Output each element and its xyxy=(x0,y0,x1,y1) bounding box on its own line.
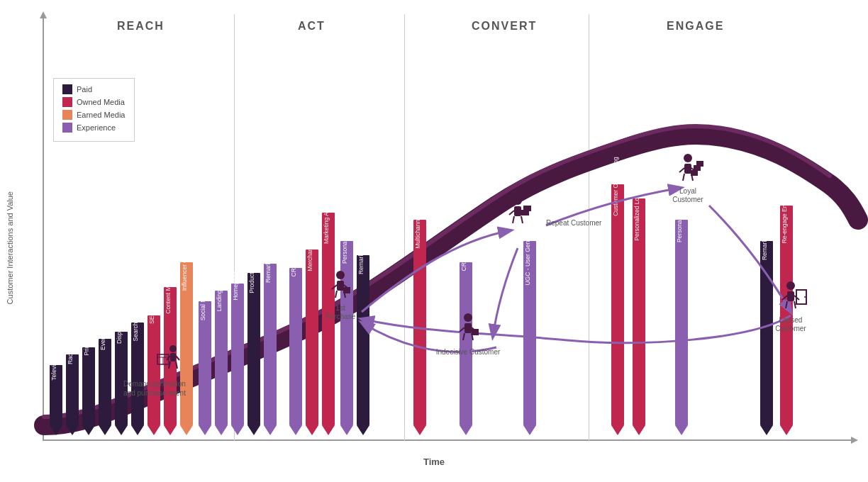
legend-owned: Owned Media xyxy=(62,97,126,107)
svg-text:Customer: Customer xyxy=(672,196,703,203)
svg-marker-37 xyxy=(247,425,260,435)
divider-reach-act xyxy=(234,14,235,441)
svg-line-133 xyxy=(782,296,787,300)
svg-rect-54 xyxy=(357,255,369,425)
svg-line-134 xyxy=(794,296,799,300)
svg-text:Homepage: Homepage xyxy=(232,271,239,301)
svg-text:Personalisation: Personalisation xyxy=(341,223,348,264)
svg-rect-111 xyxy=(684,164,691,174)
svg-marker-52 xyxy=(340,425,353,435)
svg-rect-6 xyxy=(82,347,95,425)
svg-rect-98 xyxy=(343,287,350,293)
svg-line-131 xyxy=(786,301,787,308)
svg-text:SEO: SEO xyxy=(148,311,155,324)
svg-marker-46 xyxy=(306,425,318,435)
svg-rect-85 xyxy=(170,353,176,362)
svg-rect-135 xyxy=(796,290,806,304)
svg-marker-28 xyxy=(199,425,211,435)
svg-text:and purchase intent: and purchase intent xyxy=(123,389,186,397)
svg-rect-93 xyxy=(337,281,344,291)
svg-rect-116 xyxy=(691,170,698,176)
svg-marker-40 xyxy=(264,425,277,435)
svg-marker-16 xyxy=(131,425,144,435)
svg-text:Search PPC: Search PPC xyxy=(132,308,139,342)
svg-rect-75 xyxy=(760,241,773,425)
svg-text:Influencer Outreach: Influencer Outreach xyxy=(181,237,188,291)
svg-marker-31 xyxy=(215,425,228,435)
legend-earned-swatch xyxy=(62,110,72,120)
svg-line-89 xyxy=(176,356,179,360)
svg-marker-4 xyxy=(66,425,79,435)
legend-earned: Earned Media xyxy=(62,110,126,120)
svg-rect-60 xyxy=(460,262,472,425)
svg-text:Merchandising: Merchandising xyxy=(306,232,313,271)
svg-marker-19 xyxy=(148,425,160,435)
svg-point-129 xyxy=(786,281,795,290)
svg-text:Customer: Customer xyxy=(775,325,806,332)
svg-rect-21 xyxy=(164,287,177,425)
svg-text:UGC - User Generated Content: UGC - User Generated Content xyxy=(524,201,531,286)
svg-marker-7 xyxy=(82,425,95,435)
svg-text:Remarketing: Remarketing xyxy=(265,249,272,283)
svg-rect-18 xyxy=(148,315,160,425)
svg-rect-81 xyxy=(157,354,169,364)
svg-rect-57 xyxy=(413,220,426,425)
svg-marker-49 xyxy=(322,425,335,435)
svg-marker-1 xyxy=(50,425,62,435)
svg-marker-73 xyxy=(675,425,688,435)
svg-point-101 xyxy=(513,196,522,205)
y-axis xyxy=(43,14,44,439)
legend-paid: Paid xyxy=(62,84,126,94)
svg-text:Product Page: Product Page xyxy=(248,257,255,293)
svg-text:Loyal: Loyal xyxy=(679,187,696,195)
svg-line-123 xyxy=(463,333,464,340)
svg-rect-117 xyxy=(694,165,701,171)
svg-text:Display: Display xyxy=(116,323,123,344)
legend-experience-swatch xyxy=(62,123,72,133)
svg-text:1st: 1st xyxy=(335,304,345,312)
svg-line-96 xyxy=(332,285,337,289)
svg-marker-70 xyxy=(633,425,645,435)
svg-rect-78 xyxy=(780,206,793,425)
divider-convert-engage xyxy=(589,14,589,441)
svg-text:Print: Print xyxy=(83,343,90,356)
legend: Paid Owned Media Earned Media Experience xyxy=(53,78,135,142)
svg-line-86 xyxy=(169,362,170,369)
svg-rect-39 xyxy=(264,264,277,425)
x-axis xyxy=(43,439,854,441)
svg-rect-24 xyxy=(180,262,193,425)
divider-act-convert xyxy=(404,14,405,441)
svg-rect-72 xyxy=(675,220,688,425)
svg-rect-102 xyxy=(514,206,521,216)
svg-line-95 xyxy=(344,291,345,298)
svg-text:Landing Page: Landing Page xyxy=(216,274,223,311)
svg-marker-58 xyxy=(413,425,426,435)
section-act: ACT xyxy=(298,20,326,33)
section-reach: REACH xyxy=(117,20,165,33)
svg-text:Television: Television xyxy=(50,354,57,381)
section-convert: CONVERT xyxy=(472,20,537,33)
svg-line-105 xyxy=(509,211,514,215)
chart-container: { "title": "Customer Journey Framework",… xyxy=(0,0,868,482)
svg-rect-9 xyxy=(99,339,111,425)
svg-marker-10 xyxy=(99,425,111,435)
x-axis-arrow xyxy=(851,437,858,444)
svg-rect-108 xyxy=(523,206,531,211)
svg-point-121 xyxy=(464,313,472,322)
svg-marker-76 xyxy=(760,425,773,435)
svg-line-132 xyxy=(794,301,796,308)
svg-rect-15 xyxy=(131,323,144,425)
svg-rect-130 xyxy=(787,291,794,301)
svg-marker-61 xyxy=(460,425,472,435)
svg-point-92 xyxy=(336,271,345,279)
x-axis-label: Time xyxy=(0,455,868,468)
main-svg: Television Radio Print Events Display Se… xyxy=(0,0,868,482)
svg-rect-118 xyxy=(696,161,703,167)
svg-text:Re-engage Email Program: Re-engage Email Program xyxy=(781,172,788,244)
svg-rect-30 xyxy=(215,291,228,425)
svg-marker-25 xyxy=(180,425,193,435)
svg-line-94 xyxy=(335,291,337,298)
y-axis-label-container: Customer Interactions and Value xyxy=(6,71,14,425)
svg-text:Events: Events xyxy=(99,332,106,350)
svg-rect-12 xyxy=(115,332,128,425)
